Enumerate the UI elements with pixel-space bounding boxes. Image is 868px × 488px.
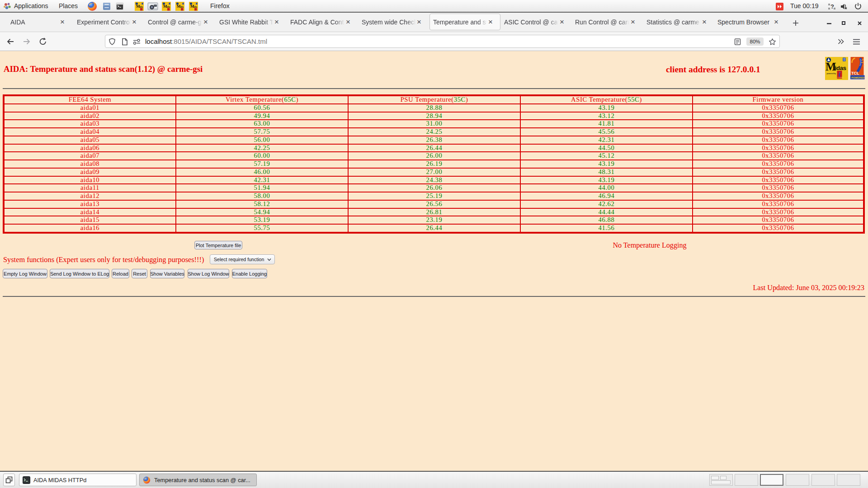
svg-text:ds: ds (180, 5, 184, 8)
svg-text:TCL: TCL (851, 71, 859, 75)
svg-text:POWERED: POWERED (851, 76, 864, 79)
svg-text:ds: ds (140, 5, 143, 8)
svg-text:ds: ds (194, 5, 198, 8)
svg-text:?: ? (830, 3, 834, 10)
svg-text:idas: idas (835, 65, 846, 71)
svg-text:ds: ds (167, 5, 170, 8)
svg-text:POWERED: POWERED (838, 77, 844, 79)
svg-text:powered by: powered by (827, 73, 836, 75)
